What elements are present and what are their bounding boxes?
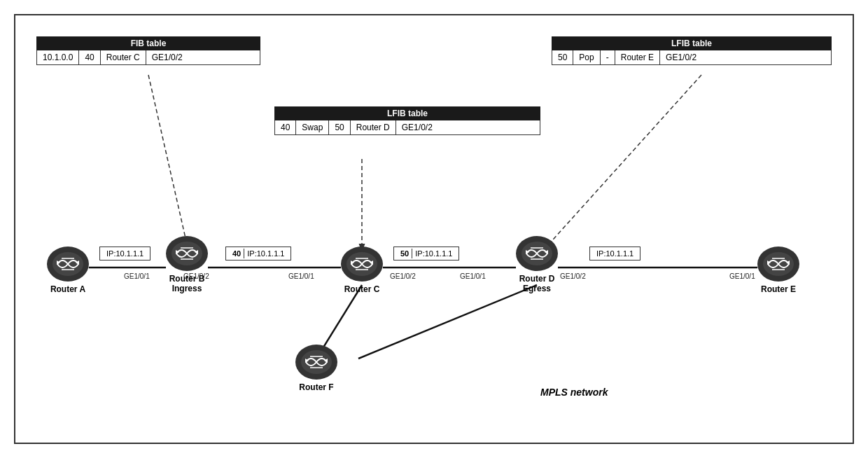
lfib-center-cell-4: Router D: [351, 120, 396, 134]
lfib-right-row: 50 Pop - Router E GE1/0/2: [552, 50, 832, 65]
mpls-network-label: MPLS network: [540, 387, 608, 398]
diagram-lines: [15, 15, 853, 443]
lfib-table-center: LFIB table 40 Swap 50 Router D GE1/0/2: [274, 106, 540, 135]
iface-bc-b: GE1/0/2: [183, 272, 209, 280]
lfib-center-cell-3: 50: [329, 120, 350, 134]
lfib-center-row: 40 Swap 50 Router D GE1/0/2: [274, 120, 540, 135]
router-c: Router C: [341, 247, 383, 294]
router-b: Router BIngress: [166, 236, 208, 293]
fib-table-header: FIB table: [36, 36, 260, 50]
packet-bc-label: 40: [230, 249, 244, 258]
lfib-center-header: LFIB table: [274, 106, 540, 120]
iface-de-d: GE1/0/2: [560, 272, 586, 280]
router-e: Router E: [757, 247, 799, 294]
iface-bc-c: GE1/0/1: [288, 272, 314, 280]
iface-cd-c: GE1/0/2: [390, 272, 416, 280]
lfib-right-cell-3: -: [601, 50, 615, 64]
fib-table: FIB table 10.1.0.0 40 Router C GE1/0/2: [36, 36, 260, 65]
router-d: Router DEgress: [516, 236, 558, 293]
packet-cd-text: IP:10.1.1.1: [412, 249, 455, 258]
lfib-center-cell-1: 40: [275, 120, 296, 134]
router-d-label: Router DEgress: [519, 274, 555, 293]
packet-ab-text: IP:10.1.1.1: [104, 249, 146, 258]
lfib-table-right: LFIB table 50 Pop - Router E GE1/0/2: [552, 36, 832, 65]
packet-bc-text: IP:10.1.1.1: [244, 249, 287, 258]
svg-line-6: [148, 75, 189, 254]
lfib-center-cell-5: GE1/0/2: [396, 120, 438, 134]
lfib-right-cell-2: Pop: [573, 50, 600, 64]
iface-cd-d: GE1/0/1: [460, 272, 486, 280]
packet-cd-label: 50: [398, 249, 412, 258]
router-c-label: Router C: [344, 284, 380, 294]
router-f: Router F: [295, 345, 337, 392]
lfib-right-cell-5: GE1/0/2: [660, 50, 702, 64]
fib-table-row: 10.1.0.0 40 Router C GE1/0/2: [36, 50, 260, 65]
packet-bc: 40 IP:10.1.1.1: [225, 247, 291, 261]
packet-ab: IP:10.1.1.1: [99, 247, 150, 261]
router-e-label: Router E: [761, 284, 796, 294]
packet-de-text: IP:10.1.1.1: [594, 249, 636, 258]
fib-cell-4: GE1/0/2: [146, 50, 188, 64]
iface-ab-b: GE1/0/1: [124, 272, 150, 280]
iface-de-e: GE1/0/1: [729, 272, 755, 280]
lfib-right-header: LFIB table: [552, 36, 832, 50]
fib-cell-2: 40: [79, 50, 100, 64]
lfib-right-cell-4: Router E: [615, 50, 660, 64]
lfib-center-cell-2: Swap: [296, 120, 329, 134]
lfib-right-cell-1: 50: [552, 50, 573, 64]
packet-de: IP:10.1.1.1: [589, 247, 640, 261]
fib-cell-3: Router C: [101, 50, 146, 64]
fib-cell-1: 10.1.0.0: [37, 50, 79, 64]
router-a-label: Router A: [50, 284, 85, 294]
packet-cd: 50 IP:10.1.1.1: [393, 247, 459, 261]
router-a-icon: [47, 247, 89, 282]
router-f-label: Router F: [299, 382, 333, 392]
main-diagram: FIB table 10.1.0.0 40 Router C GE1/0/2 L…: [14, 14, 854, 444]
svg-line-8: [540, 75, 701, 254]
router-d-icon: [516, 236, 558, 271]
router-a: Router A: [47, 247, 89, 294]
router-f-icon: [295, 345, 337, 380]
svg-line-5: [358, 285, 537, 359]
router-e-icon: [757, 247, 799, 282]
router-b-icon: [166, 236, 208, 271]
router-c-icon: [341, 247, 383, 282]
